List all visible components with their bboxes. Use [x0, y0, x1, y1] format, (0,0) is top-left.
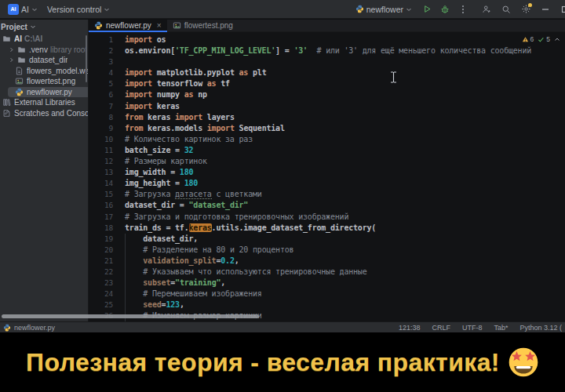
caption-banner: Полезная теория - веселая практика! [0, 332, 565, 392]
project-tool-window: Project AIC:\AI.venvlibrary rootdataset_… [0, 20, 88, 321]
tree-item-newflower-py[interactable]: newflower.py [0, 87, 88, 98]
python-icon [94, 21, 103, 30]
library-icon [2, 98, 11, 107]
code-text: # Перемешиваем изображения [113, 289, 262, 299]
code-line[interactable]: 4import matplotlib.pyplot as plt [89, 67, 565, 78]
debug-button[interactable] [439, 3, 451, 16]
status-line-separator[interactable]: CRLF [432, 324, 450, 332]
code-editor[interactable]: 1import os2os.environ['TF_CPP_MIN_LOG_LE… [89, 33, 565, 321]
code-with-me-button[interactable] [480, 3, 493, 16]
tree-item-dataset-dir[interactable]: dataset_dir [0, 55, 88, 66]
line-number: 7 [89, 101, 113, 112]
inspections-widget[interactable]: 6 5 [522, 35, 560, 43]
code-text: subset="training", [113, 278, 225, 289]
code-text: import matplotlib.pyplot as plt [113, 67, 266, 78]
code-line[interactable]: 22 # Указываем что используются трениров… [89, 267, 565, 278]
horizontal-scrollbar[interactable] [2, 314, 259, 318]
line-number: 5 [89, 78, 113, 89]
line-number: 13 [89, 167, 113, 178]
tree-item-label: dataset_dir [29, 56, 67, 64]
settings-button[interactable] [519, 3, 532, 16]
line-number: 9 [89, 123, 113, 134]
tab-flowertest-png[interactable]: flowertest.png [167, 20, 239, 31]
tree-item-ai[interactable]: AIC:\AI [0, 34, 88, 45]
tree-item-flowertest-png[interactable]: flowertest.png [0, 76, 88, 87]
warning-icon [522, 36, 529, 43]
tab-close-icon[interactable]: × [157, 21, 162, 30]
folder-icon [17, 45, 26, 54]
folder-icon [17, 56, 26, 64]
code-text: import os [113, 34, 166, 45]
code-line[interactable]: 23 subset="training", [89, 278, 565, 289]
code-text: os.environ['TF_CPP_MIN_LOG_LEVEL'] = '3'… [113, 45, 531, 56]
status-caret-position[interactable]: 121:38 [399, 324, 421, 332]
code-line[interactable]: 25 seed=123, [89, 299, 565, 310]
tree-item--venv[interactable]: .venvlibrary root [0, 45, 88, 56]
version-control-label: Version control [47, 5, 101, 14]
line-number: 25 [89, 299, 113, 310]
typos-counter[interactable]: 5 [538, 35, 550, 43]
code-line[interactable]: 5import tensorflow as tf [89, 78, 565, 89]
warnings-counter[interactable]: 6 [522, 35, 534, 43]
code-line[interactable]: 16dataset_dir = "dataset_dir" [89, 200, 565, 211]
code-line[interactable]: 10# Количество картинок за раз [89, 134, 565, 145]
code-line[interactable]: 19 dataset_dir, [89, 234, 565, 245]
tab-newflower-py[interactable]: newflower.py× [89, 20, 167, 31]
code-line[interactable]: 15# Загрузка датасета с цветками [89, 189, 565, 200]
code-line[interactable]: 13img_width = 180 [89, 167, 565, 178]
tree-item-flowers-model-weights-h5[interactable]: flowers_model.weights.h5 [0, 66, 88, 77]
code-text: img_width = 180 [113, 167, 193, 178]
editor-tab-strip: newflower.py×flowertest.png [89, 20, 565, 32]
folder-icon [2, 34, 11, 43]
code-line[interactable]: 14img_height = 180 [89, 178, 565, 189]
code-line[interactable]: 21 validation_split=0.2, [89, 256, 565, 267]
code-text: img_height = 180 [113, 178, 198, 189]
code-line[interactable]: 17# Загрузка и подготовка тренировочных … [89, 212, 565, 223]
status-indent-style[interactable]: Tab* [494, 324, 508, 332]
project-widget[interactable]: AI AI [5, 2, 41, 16]
line-number: 15 [89, 189, 113, 200]
pycharm-window: AI AI Version control newflower [0, 0, 565, 392]
line-number: 8 [89, 112, 113, 123]
code-text: train_ds = tf.keras.utils.image_dataset_… [113, 223, 376, 234]
code-line[interactable]: 7import keras [89, 101, 565, 112]
search-everywhere-button[interactable] [500, 3, 512, 16]
python-icon [15, 88, 24, 96]
status-widgets: 121:38CRLFUTF-8Tab*Python 3.12 ( [399, 324, 562, 332]
maximize-button[interactable] [559, 3, 565, 16]
project-panel-header[interactable]: Project [0, 20, 88, 34]
run-configuration-selector[interactable]: newflower [352, 3, 415, 16]
code-line[interactable]: 12# Размеры картинок [89, 156, 565, 167]
tree-item-external-libraries[interactable]: External Libraries [0, 97, 88, 108]
minimize-icon [541, 5, 549, 13]
line-number: 4 [89, 67, 113, 78]
code-line[interactable]: 3 [89, 56, 565, 67]
run-button[interactable] [421, 3, 433, 16]
chevron-down-icon [31, 6, 38, 13]
code-line[interactable]: 9from keras.models import Sequential [89, 123, 565, 134]
code-line[interactable]: 24 # Перемешиваем изображения [89, 289, 565, 299]
project-tree-scrollbar[interactable] [86, 35, 87, 82]
version-control-widget[interactable]: Version control [44, 3, 113, 16]
code-line[interactable]: 11batch_size = 32 [89, 145, 565, 156]
code-text: dataset_dir, [113, 234, 198, 245]
code-line[interactable]: 6import numpy as np [89, 89, 565, 100]
code-line[interactable]: 2os.environ['TF_CPP_MIN_LOG_LEVEL'] = '3… [89, 45, 565, 56]
run-configuration-name: newflower [366, 5, 403, 14]
status-encoding[interactable]: UTF-8 [462, 324, 483, 332]
chevron-right-icon [9, 57, 14, 63]
line-number: 1 [89, 34, 113, 45]
tab-label: flowertest.png [184, 21, 233, 30]
status-interpreter[interactable]: Python 3.12 ( [519, 324, 562, 332]
tree-item-scratches-and-consoles[interactable]: Scratches and Consoles [0, 108, 88, 119]
code-line[interactable]: 20 # Разделение на 80 и 20 процентов [89, 245, 565, 256]
more-actions-button[interactable] [457, 3, 469, 16]
code-line[interactable]: 18train_ds = tf.keras.utils.image_datase… [89, 223, 565, 234]
minimize-button[interactable] [539, 3, 552, 16]
play-icon [423, 5, 432, 13]
code-line[interactable]: 1import os [89, 34, 565, 45]
warnings-count: 6 [530, 35, 534, 43]
status-file-widget[interactable]: newflower.py [3, 324, 55, 332]
code-line[interactable]: 8from keras import layers [89, 112, 565, 123]
line-number: 3 [89, 56, 113, 67]
